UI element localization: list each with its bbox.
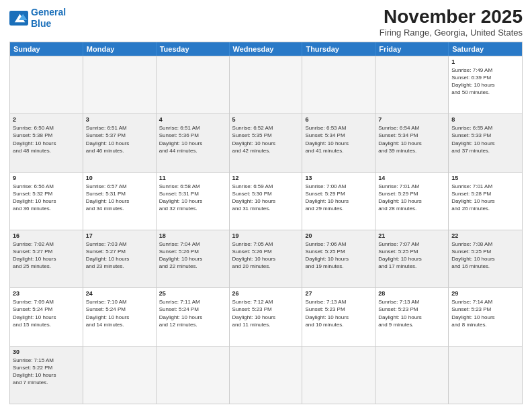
- day-info: Sunrise: 7:14 AM Sunset: 5:23 PM Dayligh…: [451, 298, 519, 328]
- day-number: 16: [13, 232, 80, 239]
- day-info: Sunrise: 6:56 AM Sunset: 5:32 PM Dayligh…: [13, 183, 80, 213]
- calendar-cell: [449, 347, 522, 404]
- day-number: 7: [378, 116, 445, 123]
- day-number: 1: [451, 58, 519, 65]
- day-info: Sunrise: 7:09 AM Sunset: 5:24 PM Dayligh…: [13, 298, 80, 328]
- day-info: Sunrise: 7:02 AM Sunset: 5:27 PM Dayligh…: [13, 240, 80, 271]
- calendar-body: 1Sunrise: 7:49 AM Sunset: 6:39 PM Daylig…: [10, 56, 522, 404]
- calendar-cell: 18Sunrise: 7:04 AM Sunset: 5:26 PM Dayli…: [157, 230, 230, 287]
- page: General Blue November 2025 Firing Range,…: [0, 0, 532, 411]
- main-title: November 2025: [380, 7, 523, 28]
- calendar-cell: 4Sunrise: 6:51 AM Sunset: 5:36 PM Daylig…: [157, 114, 230, 171]
- day-info: Sunrise: 6:52 AM Sunset: 5:35 PM Dayligh…: [232, 124, 300, 154]
- calendar-cell: 26Sunrise: 7:12 AM Sunset: 5:23 PM Dayli…: [230, 288, 303, 345]
- header: General Blue November 2025 Firing Range,…: [9, 7, 523, 38]
- day-info: Sunrise: 7:12 AM Sunset: 5:23 PM Dayligh…: [232, 298, 300, 328]
- calendar-cell: 14Sunrise: 7:01 AM Sunset: 5:29 PM Dayli…: [375, 173, 449, 230]
- header-day-saturday: Saturday: [449, 42, 522, 56]
- calendar-week-5: 30Sunrise: 7:15 AM Sunset: 5:22 PM Dayli…: [10, 346, 522, 404]
- day-info: Sunrise: 7:49 AM Sunset: 6:39 PM Dayligh…: [451, 66, 519, 97]
- calendar-cell: [157, 347, 230, 404]
- calendar-cell: [10, 56, 83, 113]
- calendar-cell: 2Sunrise: 6:50 AM Sunset: 5:38 PM Daylig…: [10, 114, 83, 171]
- day-info: Sunrise: 6:57 AM Sunset: 5:31 PM Dayligh…: [86, 183, 153, 213]
- day-number: 25: [159, 290, 226, 297]
- day-info: Sunrise: 7:05 AM Sunset: 5:26 PM Dayligh…: [232, 240, 300, 271]
- calendar-cell: 15Sunrise: 7:01 AM Sunset: 5:28 PM Dayli…: [449, 173, 522, 230]
- day-number: 13: [305, 175, 372, 181]
- calendar-cell: 16Sunrise: 7:02 AM Sunset: 5:27 PM Dayli…: [10, 230, 83, 287]
- calendar-cell: 21Sunrise: 7:07 AM Sunset: 5:25 PM Dayli…: [375, 230, 449, 287]
- calendar-cell: 7Sunrise: 6:54 AM Sunset: 5:34 PM Daylig…: [375, 114, 449, 171]
- calendar-cell: 27Sunrise: 7:13 AM Sunset: 5:23 PM Dayli…: [302, 288, 375, 345]
- day-number: 26: [232, 290, 300, 297]
- calendar-cell: 25Sunrise: 7:11 AM Sunset: 5:24 PM Dayli…: [157, 288, 230, 345]
- day-number: 30: [13, 349, 80, 355]
- day-info: Sunrise: 7:13 AM Sunset: 5:23 PM Dayligh…: [305, 298, 372, 328]
- calendar-header: SundayMondayTuesdayWednesdayThursdayFrid…: [10, 42, 522, 56]
- day-info: Sunrise: 7:15 AM Sunset: 5:22 PM Dayligh…: [13, 357, 80, 387]
- calendar-cell: [302, 56, 375, 113]
- logo-text: General Blue: [31, 7, 66, 30]
- day-info: Sunrise: 7:03 AM Sunset: 5:27 PM Dayligh…: [86, 240, 153, 271]
- day-info: Sunrise: 7:10 AM Sunset: 5:24 PM Dayligh…: [86, 298, 153, 328]
- day-number: 28: [378, 290, 445, 297]
- logo-general: General: [31, 7, 66, 17]
- calendar-cell: 29Sunrise: 7:14 AM Sunset: 5:23 PM Dayli…: [449, 288, 522, 345]
- subtitle: Firing Range, Georgia, United States: [380, 28, 523, 38]
- header-day-friday: Friday: [375, 42, 449, 56]
- calendar-cell: 22Sunrise: 7:08 AM Sunset: 5:25 PM Dayli…: [449, 230, 522, 287]
- day-number: 6: [305, 116, 372, 123]
- calendar-cell: [83, 347, 157, 404]
- day-info: Sunrise: 6:50 AM Sunset: 5:38 PM Dayligh…: [13, 124, 80, 154]
- logo-blue: Blue: [31, 18, 51, 29]
- day-number: 15: [451, 175, 519, 181]
- day-number: 29: [451, 290, 519, 297]
- calendar-cell: [375, 56, 449, 113]
- calendar-cell: 8Sunrise: 6:55 AM Sunset: 5:33 PM Daylig…: [449, 114, 522, 171]
- calendar-cell: 9Sunrise: 6:56 AM Sunset: 5:32 PM Daylig…: [10, 173, 83, 230]
- day-number: 18: [159, 232, 226, 239]
- day-info: Sunrise: 6:53 AM Sunset: 5:34 PM Dayligh…: [305, 124, 372, 154]
- calendar-cell: 23Sunrise: 7:09 AM Sunset: 5:24 PM Dayli…: [10, 288, 83, 345]
- day-info: Sunrise: 7:06 AM Sunset: 5:25 PM Dayligh…: [305, 240, 372, 271]
- calendar-cell: 5Sunrise: 6:52 AM Sunset: 5:35 PM Daylig…: [230, 114, 303, 171]
- day-number: 5: [232, 116, 300, 123]
- day-info: Sunrise: 6:51 AM Sunset: 5:37 PM Dayligh…: [86, 124, 153, 154]
- calendar-cell: 30Sunrise: 7:15 AM Sunset: 5:22 PM Dayli…: [10, 347, 83, 404]
- day-number: 4: [159, 116, 226, 123]
- header-day-thursday: Thursday: [302, 42, 375, 56]
- calendar-week-4: 23Sunrise: 7:09 AM Sunset: 5:24 PM Dayli…: [10, 287, 522, 345]
- day-info: Sunrise: 7:00 AM Sunset: 5:29 PM Dayligh…: [305, 183, 372, 213]
- day-info: Sunrise: 7:07 AM Sunset: 5:25 PM Dayligh…: [378, 240, 445, 271]
- day-number: 10: [86, 175, 153, 181]
- calendar-cell: 10Sunrise: 6:57 AM Sunset: 5:31 PM Dayli…: [83, 173, 157, 230]
- logo-icon: [9, 11, 28, 26]
- day-number: 24: [86, 290, 153, 297]
- calendar-cell: 28Sunrise: 7:13 AM Sunset: 5:23 PM Dayli…: [375, 288, 449, 345]
- day-info: Sunrise: 7:01 AM Sunset: 5:28 PM Dayligh…: [451, 183, 519, 213]
- calendar-cell: 17Sunrise: 7:03 AM Sunset: 5:27 PM Dayli…: [83, 230, 157, 287]
- calendar-cell: 24Sunrise: 7:10 AM Sunset: 5:24 PM Dayli…: [83, 288, 157, 345]
- calendar-week-1: 2Sunrise: 6:50 AM Sunset: 5:38 PM Daylig…: [10, 113, 522, 171]
- day-info: Sunrise: 6:51 AM Sunset: 5:36 PM Dayligh…: [159, 124, 226, 154]
- day-number: 11: [159, 175, 226, 181]
- day-number: 3: [86, 116, 153, 123]
- calendar-week-0: 1Sunrise: 7:49 AM Sunset: 6:39 PM Daylig…: [10, 56, 522, 113]
- calendar-cell: 11Sunrise: 6:58 AM Sunset: 5:31 PM Dayli…: [157, 173, 230, 230]
- calendar-cell: [230, 347, 303, 404]
- day-info: Sunrise: 6:55 AM Sunset: 5:33 PM Dayligh…: [451, 124, 519, 154]
- calendar-cell: 19Sunrise: 7:05 AM Sunset: 5:26 PM Dayli…: [230, 230, 303, 287]
- header-day-sunday: Sunday: [10, 42, 83, 56]
- day-number: 17: [86, 232, 153, 239]
- day-number: 23: [13, 290, 80, 297]
- day-number: 27: [305, 290, 372, 297]
- calendar-week-3: 16Sunrise: 7:02 AM Sunset: 5:27 PM Dayli…: [10, 230, 522, 287]
- calendar-cell: 20Sunrise: 7:06 AM Sunset: 5:25 PM Dayli…: [302, 230, 375, 287]
- day-info: Sunrise: 6:58 AM Sunset: 5:31 PM Dayligh…: [159, 183, 226, 213]
- day-info: Sunrise: 6:54 AM Sunset: 5:34 PM Dayligh…: [378, 124, 445, 154]
- calendar-cell: [375, 347, 449, 404]
- day-number: 9: [13, 175, 80, 181]
- day-number: 21: [378, 232, 445, 239]
- day-info: Sunrise: 7:13 AM Sunset: 5:23 PM Dayligh…: [378, 298, 445, 328]
